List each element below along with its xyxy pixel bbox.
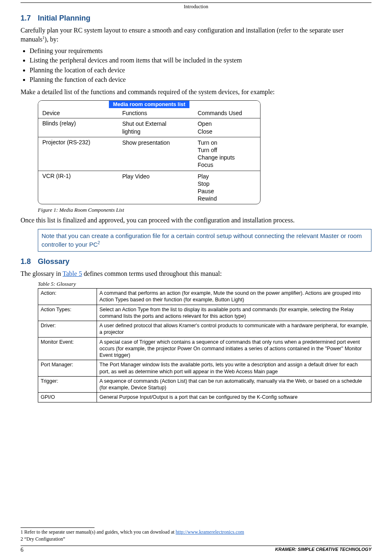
media-components-figure: Media room components list Device Functi…: [38, 100, 261, 204]
footnote-1-text: 1 Refer to the separate user manual(s) a…: [21, 529, 176, 535]
glossary-term: Driver:: [38, 321, 97, 338]
list-item: Listing the peripheral devices and room …: [30, 56, 371, 65]
functions-cell: Show presentation: [118, 137, 194, 171]
cmd-line: Close: [198, 128, 256, 135]
fn-line: Play Video: [122, 173, 189, 180]
table-row: Projector (RS-232) Show presentation Tur…: [38, 137, 260, 171]
cmd-line: Focus: [198, 161, 256, 169]
media-head-commands: Commands Used: [194, 108, 260, 118]
heading-title: Initial Planning: [38, 14, 90, 23]
glossary-intro: The glossary in Table 5 defines common t…: [21, 269, 371, 278]
list-item: Planning the location of each device: [30, 66, 371, 75]
footnote-rule: [21, 527, 95, 528]
fn-line: Shut out External: [122, 120, 189, 127]
intro-text-b: ), by:: [44, 36, 58, 43]
glossary-intro-a: The glossary in: [21, 270, 62, 277]
table-row: Monitor Event: A special case of Trigger…: [38, 337, 371, 360]
media-table: Device Functions Commands Used Blinds (r…: [38, 108, 260, 204]
media-title: Media room components list: [109, 100, 189, 108]
functions-cell: Shut out External lighting: [118, 118, 194, 137]
running-head: Introduction: [21, 4, 371, 10]
table-row: Action Types: Select an Action Type from…: [38, 305, 371, 321]
footer-brand: KRAMER: SIMPLE CREATIVE TECHNOLOGY: [275, 547, 371, 553]
table-row: GPI/O General Purpose Input/Output is a …: [38, 393, 371, 402]
table-row: Trigger: A sequence of commands (Action …: [38, 376, 371, 393]
heading-1-8: 1.8 Glossary: [21, 257, 371, 266]
fn-line: Show presentation: [122, 139, 189, 146]
heading-1-7: 1.7 Initial Planning: [21, 14, 371, 23]
glossary-definition: The Port Manager window lists the availa…: [97, 360, 371, 377]
media-head-device: Device: [38, 108, 118, 118]
cmd-line: Play: [198, 173, 256, 180]
note-text: Note that you can create a configuration…: [42, 232, 362, 248]
glossary-term: Port Manager:: [38, 360, 97, 377]
fn-line: lighting: [122, 128, 189, 135]
media-head-functions: Functions: [118, 108, 194, 118]
footnote-2: 2 “Dry Configuration”: [21, 536, 371, 543]
page-root: Introduction 1.7 Initial Planning Carefu…: [0, 2, 392, 555]
cmd-line: Pause: [198, 187, 256, 195]
note-box: Note that you can create a configuration…: [38, 229, 371, 252]
list-item: Planning the function of each device: [30, 75, 371, 84]
commands-cell: Turn on Turn off Change inputs Focus: [194, 137, 260, 171]
cmd-line: Turn off: [198, 146, 256, 154]
footnotes: 1 Refer to the separate user manual(s) a…: [21, 527, 371, 543]
media-title-wrap: Media room components list: [38, 101, 260, 108]
device-cell: VCR (IR-1): [38, 171, 118, 204]
footnote-1: 1 Refer to the separate user manual(s) a…: [21, 529, 371, 536]
glossary-definition: A user defined protocol that allows Kram…: [97, 321, 371, 338]
cmd-line: Stop: [198, 180, 256, 187]
heading-number: 1.8: [21, 257, 38, 266]
table-5-link[interactable]: Table 5: [62, 270, 82, 277]
device-cell: Blinds (relay): [38, 118, 118, 137]
figure-1-caption: Figure 1: Media Room Components List: [38, 207, 371, 213]
commands-cell: Play Stop Pause Rewind: [194, 171, 260, 204]
glossary-definition: A sequence of commands (Action List) tha…: [97, 376, 371, 393]
page-number: 6: [21, 547, 23, 553]
functions-cell: Play Video: [118, 171, 194, 204]
glossary-term: Trigger:: [38, 376, 97, 393]
cmd-line: Rewind: [198, 195, 256, 202]
glossary-definition: A command that performs an action (for e…: [97, 289, 371, 305]
table-5-caption: Table 5: Glossary: [38, 281, 371, 287]
footnote-ref-2: 2: [98, 240, 100, 245]
glossary-definition: Select an Action Type from the list to d…: [97, 305, 371, 321]
glossary-definition: General Purpose Input/Output is a port t…: [97, 393, 371, 402]
intro-text-a: Carefully plan your RC system layout to …: [21, 27, 344, 43]
list-item: Defining your requirements: [30, 46, 371, 56]
cmd-line: Open: [198, 120, 256, 127]
footnote-1-link[interactable]: http://www.kramerelectronics.com: [176, 529, 244, 535]
after-bullets-paragraph: Make a detailed list of the functions an…: [21, 88, 371, 97]
glossary-term: GPI/O: [38, 393, 97, 402]
heading-number: 1.7: [21, 14, 38, 23]
table-row: Port Manager: The Port Manager window li…: [38, 360, 371, 377]
after-figure-paragraph: Once this list is finalized and approved…: [21, 216, 371, 225]
table-row: Blinds (relay) Shut out External lightin…: [38, 118, 260, 137]
page-footer: 6 KRAMER: SIMPLE CREATIVE TECHNOLOGY: [21, 546, 371, 553]
glossary-term: Action:: [38, 289, 97, 305]
cmd-line: Change inputs: [198, 154, 256, 161]
glossary-term: Action Types:: [38, 305, 97, 321]
heading-title: Glossary: [38, 257, 69, 266]
intro-paragraph: Carefully plan your RC system layout to …: [21, 26, 371, 44]
glossary-term: Monitor Event:: [38, 337, 97, 360]
table-row: VCR (IR-1) Play Video Play Stop Pause Re…: [38, 171, 260, 204]
commands-cell: Open Close: [194, 118, 260, 137]
cmd-line: Turn on: [198, 139, 256, 146]
header-rule: [21, 2, 371, 3]
requirements-list: Defining your requirements Listing the p…: [21, 46, 371, 84]
glossary-intro-b: defines common terms used throughout thi…: [82, 270, 222, 277]
glossary-table: Action: A command that performs an actio…: [38, 288, 371, 402]
table-row: Action: A command that performs an actio…: [38, 289, 371, 305]
table-row: Driver: A user defined protocol that all…: [38, 321, 371, 338]
media-table-head: Device Functions Commands Used: [38, 108, 260, 118]
glossary-definition: A special case of Trigger which contains…: [97, 337, 371, 360]
device-cell: Projector (RS-232): [38, 137, 118, 171]
